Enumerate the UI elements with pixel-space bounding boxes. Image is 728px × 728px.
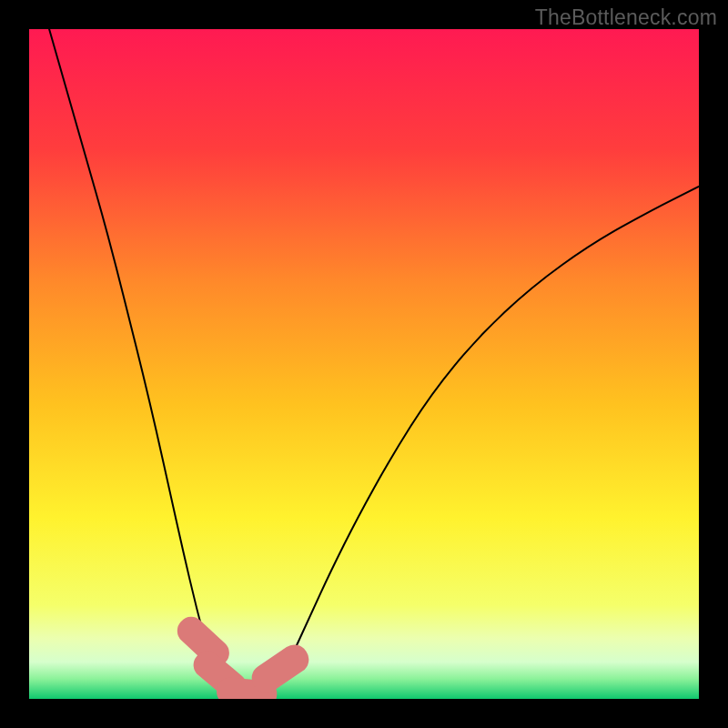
chart-svg [29,29,699,699]
chart-frame: TheBottleneck.com [0,0,728,728]
plot-area [29,29,699,699]
watermark-text: TheBottleneck.com [535,5,717,30]
gradient-background [29,29,699,699]
